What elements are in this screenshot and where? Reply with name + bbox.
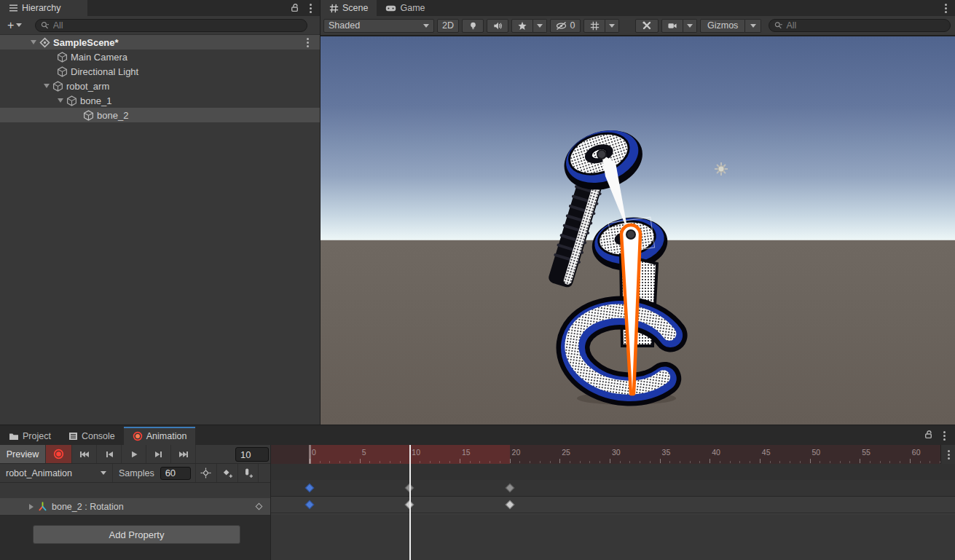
ruler-tick bbox=[730, 461, 731, 463]
hierarchy-item-samplescene[interactable]: SampleScene* bbox=[0, 35, 320, 50]
bottom-lock-icon[interactable] bbox=[924, 430, 933, 439]
foldout-open-icon[interactable] bbox=[31, 40, 36, 44]
scene-effects-button[interactable] bbox=[511, 19, 533, 33]
ruler-tick bbox=[350, 461, 350, 463]
scene-search-input[interactable] bbox=[786, 20, 945, 31]
preview-toggle-button[interactable]: Preview bbox=[0, 445, 46, 463]
ruler-tick bbox=[910, 459, 911, 463]
keyframe-selector-button[interactable] bbox=[195, 464, 216, 482]
hierarchy-item-main-camera[interactable]: Main Camera bbox=[0, 50, 320, 64]
tab-scene[interactable]: Scene bbox=[321, 0, 377, 16]
scene-viewport[interactable] bbox=[321, 35, 955, 425]
scene-search[interactable] bbox=[769, 19, 951, 32]
tab-animation[interactable]: Animation bbox=[124, 427, 196, 445]
scene-effects-dropdown[interactable] bbox=[533, 19, 547, 33]
hierarchy-lock-icon[interactable] bbox=[290, 3, 299, 12]
playhead[interactable] bbox=[409, 445, 411, 560]
keyframe-frame-20[interactable] bbox=[505, 500, 514, 510]
ruler-tick bbox=[400, 461, 401, 463]
foldout-open-icon[interactable] bbox=[58, 98, 63, 103]
dopesheet-empty-area[interactable] bbox=[271, 513, 955, 560]
tab-hierarchy[interactable]: Hierarchy bbox=[0, 0, 87, 16]
hierarchy-search[interactable] bbox=[35, 19, 307, 32]
ruler-tick bbox=[320, 461, 321, 463]
bottom-tabstrip: Project Console Animation bbox=[0, 425, 955, 445]
add-property-button[interactable]: Add Property bbox=[33, 525, 240, 544]
current-frame-input[interactable] bbox=[235, 447, 269, 462]
scene-camera-dropdown[interactable] bbox=[683, 19, 697, 33]
scene-grid-button[interactable] bbox=[583, 19, 605, 33]
play-button[interactable] bbox=[122, 445, 146, 463]
gizmos-chevron[interactable] bbox=[745, 19, 761, 33]
next-frame-button[interactable] bbox=[146, 445, 171, 463]
shading-mode-label: Shaded bbox=[329, 20, 360, 31]
gizmos-dropdown[interactable]: Gizmos bbox=[700, 19, 745, 33]
create-object-button[interactable]: + bbox=[4, 19, 25, 32]
grid-axis-icon bbox=[590, 21, 600, 31]
hierarchy-search-input[interactable] bbox=[53, 20, 302, 31]
scene-menu-icon[interactable] bbox=[940, 2, 951, 14]
play-icon bbox=[130, 451, 138, 458]
ruler-tick bbox=[820, 461, 820, 463]
component-tools-button[interactable] bbox=[635, 19, 659, 33]
hierarchy-menu-icon[interactable] bbox=[305, 2, 315, 14]
hierarchy-item-bone-2[interactable]: bone_2 bbox=[0, 108, 320, 122]
camera-icon bbox=[667, 21, 677, 31]
keyframe-frame-0[interactable] bbox=[305, 484, 315, 493]
ruler-tick bbox=[510, 459, 511, 463]
previous-frame-button[interactable] bbox=[97, 445, 122, 463]
ruler-menu-button[interactable] bbox=[940, 445, 955, 464]
first-frame-button[interactable] bbox=[72, 445, 97, 463]
add-property-area: Add Property bbox=[0, 516, 270, 560]
bottom-menu-icon[interactable] bbox=[939, 430, 949, 441]
kebab-icon bbox=[943, 449, 954, 460]
scene-grid-dropdown[interactable] bbox=[605, 19, 619, 33]
ruler-tick bbox=[620, 461, 621, 463]
hierarchy-icon bbox=[9, 4, 18, 12]
ruler-tick bbox=[840, 461, 841, 463]
animation-controls: Preview bbox=[0, 445, 270, 560]
2d-toggle-button[interactable]: 2D bbox=[437, 19, 459, 33]
shading-mode-dropdown[interactable]: Shaded bbox=[323, 19, 434, 33]
tab-project[interactable]: Project bbox=[0, 427, 60, 445]
property-keyframe-diamond-icon[interactable] bbox=[256, 503, 263, 510]
hierarchy-item-robot-arm[interactable]: robot_arm bbox=[0, 79, 320, 93]
keyframe-frame-20[interactable] bbox=[505, 484, 514, 493]
tab-game[interactable]: Game bbox=[377, 0, 433, 16]
hierarchy-item-directional-light[interactable]: Directional Light bbox=[0, 64, 320, 79]
item-label: Main Camera bbox=[71, 52, 127, 63]
dopesheet-summary-track[interactable] bbox=[271, 480, 955, 497]
keyframe-frame-0[interactable] bbox=[305, 500, 315, 510]
ruler-tick bbox=[530, 461, 530, 463]
scene-visibility-button[interactable]: 0 bbox=[550, 19, 581, 33]
add-keyframe-button[interactable] bbox=[216, 464, 237, 482]
add-keyframe-icon bbox=[221, 468, 233, 478]
keyframe-buttons bbox=[195, 464, 259, 482]
keyframe-target-icon bbox=[200, 468, 211, 478]
clip-dropdown[interactable]: robot_Animation bbox=[0, 464, 113, 482]
scene-camera-button[interactable] bbox=[661, 19, 683, 33]
samples-input[interactable] bbox=[160, 467, 191, 480]
scene-lighting-button[interactable] bbox=[462, 19, 484, 33]
foldout-closed-icon[interactable] bbox=[29, 504, 34, 510]
ruler-tick bbox=[810, 459, 811, 463]
tab-game-label: Game bbox=[400, 3, 425, 13]
tab-console[interactable]: Console bbox=[60, 427, 124, 445]
ruler-tick bbox=[750, 461, 750, 463]
property-row-bone2-rotation[interactable]: bone_2 : Rotation bbox=[0, 498, 270, 516]
ruler-tick bbox=[449, 461, 450, 463]
foldout-open-icon[interactable] bbox=[44, 84, 50, 88]
add-event-button[interactable] bbox=[237, 464, 259, 482]
summary-row-left bbox=[0, 483, 270, 498]
gameobject-cube-icon bbox=[83, 110, 94, 121]
dopesheet-rotation-track[interactable] bbox=[271, 497, 955, 513]
scene-audio-button[interactable] bbox=[487, 19, 508, 33]
timeline-ruler[interactable]: 051015202530354045505560 bbox=[271, 445, 955, 464]
ruler-tick bbox=[380, 461, 380, 463]
last-frame-button[interactable] bbox=[171, 445, 196, 463]
sun-gizmo bbox=[715, 162, 728, 176]
hierarchy-item-bone-1[interactable]: bone_1 bbox=[0, 93, 320, 108]
scene-row-menu-icon[interactable] bbox=[302, 36, 313, 48]
record-toggle-button[interactable] bbox=[46, 445, 72, 463]
ruler-tick bbox=[329, 461, 330, 463]
